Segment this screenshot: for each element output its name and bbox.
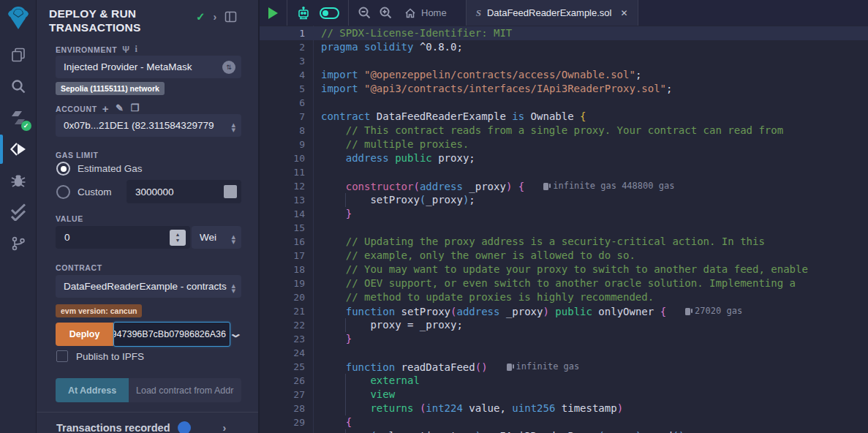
at-address-button[interactable]: At Address — [56, 378, 129, 402]
line-number[interactable]: 20 — [260, 290, 305, 304]
code-line-24[interactable]: 24 — [260, 346, 868, 360]
code-line-20[interactable]: 20 // method to update proxies is highly… — [260, 290, 868, 304]
line-number[interactable]: 6 — [260, 96, 305, 110]
code-line-30[interactable]: 30 (value, timestamp) = IApi3ReaderProxy… — [260, 429, 868, 433]
unit-testing-icon[interactable] — [8, 202, 29, 222]
code-line-3[interactable]: 3 — [260, 54, 868, 68]
line-number[interactable]: 21 — [260, 304, 305, 318]
code-line-25[interactable]: 25 function readDataFeed()infinite gas — [260, 360, 868, 374]
code-line-22[interactable]: 22 proxy = _proxy; — [260, 318, 868, 332]
code-line-29[interactable]: 29 { — [260, 415, 868, 429]
estimated-gas-radio[interactable] — [56, 162, 70, 176]
code-line-4[interactable]: 4import "@openzeppelin/contracts/access/… — [260, 68, 868, 82]
publish-ipfs-checkbox[interactable] — [56, 350, 68, 362]
code-line-5[interactable]: 5import "@api3/contracts/interfaces/IApi… — [260, 82, 868, 96]
ai-robot-icon[interactable] — [296, 6, 311, 20]
copy-account-icon[interactable]: ❐ — [131, 102, 140, 115]
tab-file-active[interactable]: S DataFeedReaderExample.sol ✕ — [466, 0, 638, 26]
code-line-15[interactable]: 15 — [260, 221, 868, 235]
line-number[interactable]: 4 — [260, 68, 305, 82]
code-line-6[interactable]: 6 — [260, 96, 868, 110]
line-number[interactable]: 29 — [260, 415, 305, 429]
code-line-11[interactable]: 11 — [260, 165, 868, 179]
code-line-2[interactable]: 2pragma solidity ^0.8.0; — [260, 40, 868, 54]
code-line-17[interactable]: 17 // example, only the owner is allowed… — [260, 249, 868, 263]
line-number[interactable]: 28 — [260, 402, 305, 415]
info-icon[interactable]: i — [135, 44, 138, 55]
split-view-icon[interactable] — [224, 11, 237, 23]
line-number[interactable]: 14 — [260, 207, 305, 221]
deploy-expand-chevron-icon[interactable]: ⌄ — [228, 327, 243, 340]
value-input[interactable]: 0 ▲▼ — [56, 226, 190, 249]
line-number[interactable]: 30 — [260, 429, 305, 433]
code-line-12[interactable]: 12 constructor(address _proxy) {infinite… — [260, 179, 868, 193]
contract-select[interactable]: DataFeedReaderExample - contracts ▴▾ — [56, 275, 241, 298]
line-number[interactable]: 18 — [260, 263, 305, 276]
line-number[interactable]: 27 — [260, 388, 305, 402]
value-stepper[interactable]: ▲▼ — [170, 230, 186, 246]
at-address-input[interactable] — [129, 378, 241, 402]
code-line-13[interactable]: 13 setProxy(_proxy); — [260, 193, 868, 207]
custom-gas-option[interactable]: Custom — [56, 185, 112, 199]
value-unit-select[interactable]: Wei ▴▾ — [192, 226, 241, 249]
line-number[interactable]: 26 — [260, 374, 305, 388]
code-line-18[interactable]: 18 // You may want to update your proxy … — [260, 263, 868, 276]
code-line-26[interactable]: 26 external — [260, 374, 868, 388]
transactions-chevron-icon[interactable]: › — [223, 422, 227, 433]
line-number[interactable]: 24 — [260, 346, 305, 360]
line-number[interactable]: 17 — [260, 249, 305, 263]
line-number[interactable]: 10 — [260, 151, 305, 165]
line-number[interactable]: 3 — [260, 54, 305, 68]
add-account-icon[interactable]: + — [102, 102, 109, 115]
zoom-in-icon[interactable] — [379, 6, 393, 20]
code-line-8[interactable]: 8 // This contract reads from a single p… — [260, 124, 868, 138]
custom-gas-input[interactable]: 3000000 — [127, 180, 241, 203]
code-line-27[interactable]: 27 view — [260, 388, 868, 402]
code-line-23[interactable]: 23 } — [260, 332, 868, 346]
file-explorer-icon[interactable] — [8, 45, 29, 65]
custom-gas-radio[interactable] — [56, 185, 70, 199]
line-number[interactable]: 12 — [260, 179, 305, 193]
code-line-16[interactable]: 16 // Updating the proxy address is a se… — [260, 235, 868, 249]
line-number[interactable]: 9 — [260, 138, 305, 151]
remix-logo-icon[interactable] — [4, 4, 32, 32]
ai-toggle-switch[interactable] — [320, 7, 339, 19]
code-line-1[interactable]: 1// SPDX-License-Identifier: MIT — [260, 26, 868, 40]
close-tab-icon[interactable]: ✕ — [620, 8, 627, 18]
line-number[interactable]: 19 — [260, 276, 305, 290]
search-icon[interactable] — [8, 76, 29, 97]
line-number[interactable]: 15 — [260, 221, 305, 235]
code-line-7[interactable]: 7contract DataFeedReaderExample is Ownab… — [260, 110, 868, 124]
deploy-args-input[interactable]: 0947396B7cBb07986826A36 — [113, 322, 230, 347]
solidity-compiler-icon[interactable]: ✓ — [8, 108, 29, 128]
panel-check-icon[interactable]: ✓ — [196, 10, 205, 23]
line-number[interactable]: 25 — [260, 360, 305, 374]
panel-chevron-right-icon[interactable]: › — [214, 11, 217, 23]
line-number[interactable]: 11 — [260, 165, 305, 179]
line-number[interactable]: 23 — [260, 332, 305, 346]
zoom-out-icon[interactable] — [358, 6, 371, 20]
line-number[interactable]: 13 — [260, 193, 305, 207]
code-line-28[interactable]: 28 returns (int224 value, uint256 timest… — [260, 402, 868, 415]
tab-home[interactable]: Home — [400, 7, 457, 19]
code-line-19[interactable]: 19 // OEV support, or even switch to ano… — [260, 276, 868, 290]
deploy-run-icon[interactable] — [8, 139, 29, 159]
line-number[interactable]: 8 — [260, 124, 305, 138]
deploy-button[interactable]: Deploy — [56, 323, 113, 346]
code-line-9[interactable]: 9 // multiple proxies. — [260, 138, 868, 151]
account-select[interactable]: 0x07b...21DE1 (82.311584329779 ▴▾ — [56, 114, 241, 137]
debugger-icon[interactable] — [8, 170, 29, 191]
line-number[interactable]: 2 — [260, 40, 305, 54]
code-line-10[interactable]: 10 address public proxy; — [260, 151, 868, 165]
code-line-21[interactable]: 21 function setProxy(address _proxy) pub… — [260, 304, 868, 318]
line-number[interactable]: 5 — [260, 82, 305, 96]
plug-icon[interactable]: Ψ — [122, 45, 129, 55]
transactions-recorded-row[interactable]: Transactions recorded › — [56, 421, 226, 433]
code-line-14[interactable]: 14 } — [260, 207, 868, 221]
line-number[interactable]: 16 — [260, 235, 305, 249]
edit-account-icon[interactable]: ✎ — [116, 102, 124, 115]
environment-select[interactable]: Injected Provider - MetaMask ⇅ — [56, 56, 241, 78]
publish-ipfs-option[interactable]: Publish to IPFS — [56, 350, 144, 362]
line-number[interactable]: 1 — [260, 26, 305, 40]
code-editor[interactable]: 1// SPDX-License-Identifier: MIT2pragma … — [260, 26, 868, 433]
